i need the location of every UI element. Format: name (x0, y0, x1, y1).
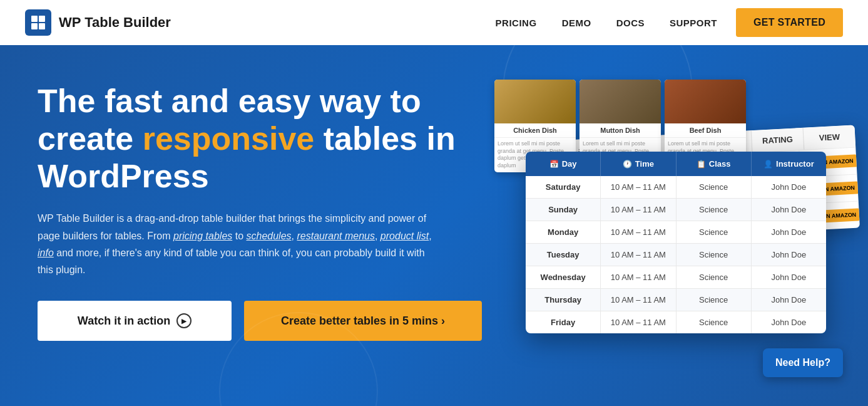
right-section: Chicken Dish Lorem ut sell mi mi poste g… (494, 76, 843, 390)
sch-class: Science (677, 289, 752, 311)
class-icon: 📋 (697, 160, 706, 169)
svg-rect-0 (31, 16, 38, 22)
table-row: Saturday 10 AM – 11 AM Science John Doe (526, 176, 826, 199)
sch-instructor: John Doe (752, 221, 826, 243)
svg-rect-2 (31, 23, 38, 29)
link-product-list[interactable]: product list (380, 231, 429, 241)
sch-time: 10 AM – 11 AM (601, 221, 676, 243)
left-section: The fast and easy way to create responsi… (38, 76, 482, 341)
sch-col-instructor: 👤 Instructor (752, 152, 826, 176)
nav-pricing[interactable]: PRICING (496, 18, 537, 28)
sch-instructor: John Doe (752, 289, 826, 311)
table-row: Sunday 10 AM – 11 AM Science John Doe (526, 199, 826, 221)
sch-instructor: John Doe (752, 199, 826, 221)
svg-rect-1 (39, 16, 45, 22)
table-row: Wednesday 10 AM – 11 AM Science John Doe (526, 266, 826, 289)
sch-class: Science (677, 311, 752, 333)
sch-day: Friday (526, 311, 601, 333)
table-row: Thursday 10 AM – 11 AM Science John Doe (526, 289, 826, 311)
sch-time-label: Time (635, 159, 654, 169)
food-image-mutton (580, 80, 661, 123)
nav-docs[interactable]: DOCS (616, 18, 645, 28)
sch-time: 10 AM – 11 AM (601, 244, 676, 266)
sch-time: 10 AM – 11 AM (601, 176, 676, 198)
food-title-beef: Beef Dish (665, 123, 746, 138)
col-rating: RATING (752, 128, 805, 152)
cta-buttons: Watch it in action ▶ Create better table… (38, 301, 482, 341)
play-icon: ▶ (176, 313, 191, 328)
create-tables-button[interactable]: Create better tables in 5 mins › (244, 301, 482, 341)
sch-instructor: John Doe (752, 266, 826, 288)
sch-day: Wednesday (526, 266, 601, 288)
food-image-beef (665, 80, 746, 123)
nav-demo[interactable]: DEMO (562, 18, 591, 28)
calendar-icon: 📅 (549, 160, 559, 169)
food-title-chicken: Chicken Dish (494, 123, 576, 138)
svg-rect-3 (39, 23, 45, 29)
sch-col-day: 📅 Day (526, 152, 601, 176)
desc-part2: to (232, 231, 246, 241)
sch-class: Science (677, 244, 752, 266)
logo-area: WP Table Builder (25, 9, 496, 36)
desc-part6: and more, if there's any kind of table y… (38, 247, 425, 275)
desc-part5: , (429, 231, 431, 241)
sch-day-label: Day (562, 159, 577, 169)
sch-time: 10 AM – 11 AM (601, 311, 676, 333)
need-help-button[interactable]: Need Help? (763, 348, 843, 377)
nav-links: PRICING DEMO DOCS SUPPORT (496, 18, 717, 28)
sch-col-time: 🕐 Time (601, 152, 676, 176)
schedule-table-card: 📅 Day 🕐 Time 📋 Class 👤 Instructor (526, 152, 826, 333)
table-row: Tuesday 10 AM – 11 AM Science John Doe (526, 244, 826, 266)
hero-title: The fast and easy way to create responsi… (38, 83, 482, 195)
sch-instructor: John Doe (752, 311, 826, 333)
main-content: The fast and easy way to create responsi… (0, 45, 868, 406)
sch-class: Science (677, 176, 752, 198)
sch-day: Saturday (526, 176, 601, 198)
food-title-mutton: Mutton Dish (580, 123, 661, 138)
watch-button-label: Watch it in action (78, 315, 170, 328)
sch-instructor: John Doe (752, 244, 826, 266)
watch-action-button[interactable]: Watch it in action ▶ (38, 301, 232, 341)
hero-description: WP Table Builder is a drag-and-drop tabl… (38, 210, 438, 278)
hero-title-highlight: responsive (143, 120, 315, 157)
logo-text: WP Table Builder (59, 14, 171, 31)
user-icon: 👤 (763, 160, 773, 169)
link-info[interactable]: info (38, 247, 54, 258)
col-view: VIEW (803, 125, 855, 150)
get-started-button[interactable]: GET STARTED (736, 8, 843, 37)
nav-support[interactable]: SUPPORT (670, 18, 717, 28)
schedule-body: Saturday 10 AM – 11 AM Science John Doe … (526, 176, 826, 333)
table-row: Friday 10 AM – 11 AM Science John Doe (526, 311, 826, 333)
sch-time: 10 AM – 11 AM (601, 199, 676, 221)
schedule-header: 📅 Day 🕐 Time 📋 Class 👤 Instructor (526, 152, 826, 176)
sch-day: Monday (526, 221, 601, 243)
header: WP Table Builder PRICING DEMO DOCS SUPPO… (0, 0, 868, 45)
desc-part4: , (375, 231, 380, 241)
sch-day: Thursday (526, 289, 601, 311)
sch-time: 10 AM – 11 AM (601, 266, 676, 288)
sch-instructor-label: Instructor (776, 159, 814, 169)
sch-instructor: John Doe (752, 176, 826, 198)
sch-class: Science (677, 199, 752, 221)
sch-class: Science (677, 266, 752, 288)
link-schedules[interactable]: schedules (247, 231, 292, 241)
sch-time: 10 AM – 11 AM (601, 289, 676, 311)
clock-icon: 🕐 (623, 160, 632, 169)
sch-class-label: Class (709, 159, 731, 169)
table-row: Monday 10 AM – 11 AM Science John Doe (526, 221, 826, 244)
sch-day: Sunday (526, 199, 601, 221)
link-pricing-tables[interactable]: pricing tables (173, 231, 232, 241)
logo-icon (25, 9, 51, 36)
link-restaurant-menus[interactable]: restaurant menus (297, 231, 375, 241)
sch-day: Tuesday (526, 244, 601, 266)
sch-col-class: 📋 Class (677, 152, 752, 176)
sch-class: Science (677, 221, 752, 243)
food-image-chicken (494, 80, 576, 123)
